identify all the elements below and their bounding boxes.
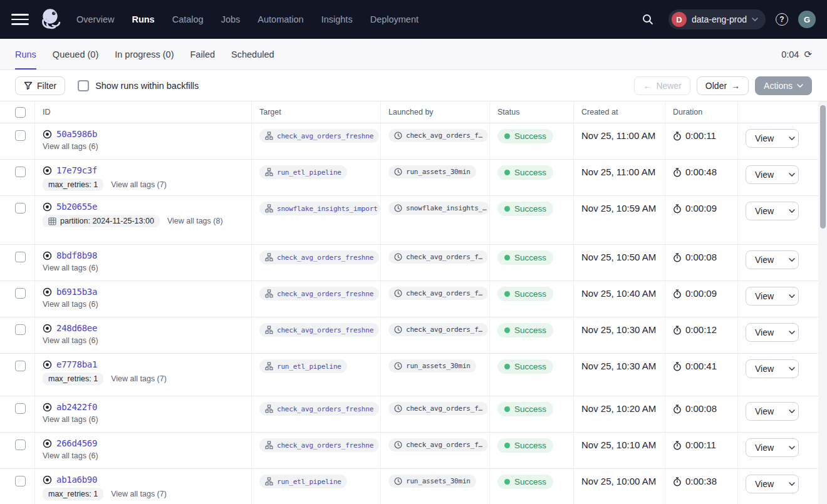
target-pill[interactable]: check_avg_orders_freshne [259,129,379,143]
launched-by-pill[interactable]: check_avg_orders_f… [388,129,488,142]
launched-by-pill[interactable]: check_avg_orders_f… [388,438,488,451]
backfills-checkbox[interactable] [78,80,89,91]
launched-by-pill[interactable]: run_assets_30min [388,475,476,488]
view-dropdown-button[interactable] [783,360,799,378]
select-all-checkbox[interactable] [15,107,26,118]
view-button[interactable]: View [746,324,783,341]
run-id-link[interactable]: b6915b3a [56,287,97,297]
target-pill[interactable]: check_avg_orders_freshne [259,438,379,452]
actions-button[interactable]: Actions [755,76,812,95]
target-pill[interactable]: snowflake_insights_import [259,202,380,215]
tab-queued-0[interactable]: Queued (0) [53,39,98,69]
view-all-tags-link[interactable]: View all tags (7) [111,374,167,383]
tag-pill[interactable]: max_retries: 1 [43,488,103,500]
view-button[interactable]: View [746,166,783,183]
nav-item-catalog[interactable]: Catalog [172,14,204,24]
row-checkbox[interactable] [15,324,26,335]
run-id-link[interactable]: 8bdf8b98 [56,250,97,260]
tab-in-progress-0[interactable]: In progress (0) [115,39,174,69]
target-pill[interactable]: run_etl_pipeline [259,165,347,179]
row-checkbox[interactable] [15,440,26,450]
help-icon[interactable]: ? [776,13,788,26]
view-dropdown-button[interactable] [783,130,799,147]
launched-by-pill[interactable]: check_avg_orders_f… [388,402,488,415]
view-dropdown-button[interactable] [783,475,799,493]
tag-pill[interactable]: max_retries: 1 [43,373,103,385]
nav-item-automation[interactable]: Automation [257,14,303,24]
view-button[interactable]: View [746,403,783,420]
target-pill[interactable]: check_avg_orders_freshne [259,402,379,416]
view-button[interactable]: View [746,202,783,220]
view-all-tags-link[interactable]: View all tags (6) [43,264,98,272]
run-id-link[interactable]: e7778ba1 [56,359,97,369]
show-backfills-toggle[interactable]: Show runs within backfills [78,80,199,91]
nav-item-runs[interactable]: Runs [132,14,154,24]
newer-button[interactable]: ← Newer [634,76,690,95]
row-checkbox[interactable] [15,288,26,299]
view-dropdown-button[interactable] [783,403,799,420]
view-all-tags-link[interactable]: View all tags (6) [43,451,98,460]
run-id-link[interactable]: 17e79c3f [56,165,97,175]
view-button[interactable]: View [746,130,783,147]
target-pill[interactable]: check_avg_orders_freshne [259,250,379,264]
view-all-tags-link[interactable]: View all tags (6) [43,300,98,309]
row-checkbox[interactable] [15,403,26,414]
view-dropdown-button[interactable] [783,439,799,456]
hamburger-menu-icon[interactable] [11,11,29,28]
row-checkbox[interactable] [15,203,26,213]
run-id-link[interactable]: ab2422f0 [56,402,97,412]
run-id-link[interactable]: ab1a6b90 [56,475,97,485]
run-id-link[interactable]: 248d68ee [56,323,97,333]
target-pill[interactable]: check_avg_orders_freshne [259,323,379,337]
tab-runs[interactable]: Runs [15,39,36,69]
view-dropdown-button[interactable] [783,166,799,183]
view-dropdown-button[interactable] [783,251,799,269]
nav-item-overview[interactable]: Overview [76,14,114,24]
launched-by-pill[interactable]: check_avg_orders_f… [388,323,488,336]
target-pill[interactable]: run_etl_pipeline [259,359,347,373]
scrollbar-thumb[interactable] [820,105,826,229]
user-avatar[interactable]: G [798,11,816,28]
scrollbar-track[interactable] [818,101,827,504]
launched-by-pill[interactable]: snowflake_insights_… [388,202,489,215]
view-all-tags-link[interactable]: View all tags (6) [43,142,98,151]
launched-by-pill[interactable]: run_assets_30min [388,165,476,178]
launched-by-pill[interactable]: run_assets_30min [388,359,476,373]
run-id-link[interactable]: 50a5986b [56,129,97,139]
launched-by-pill[interactable]: check_avg_orders_f… [388,250,488,264]
row-checkbox[interactable] [15,361,26,371]
view-all-tags-link[interactable]: View all tags (8) [167,217,223,225]
deployment-switcher[interactable]: D data-eng-prod [668,9,766,29]
view-button[interactable]: View [746,287,783,305]
nav-item-deployment[interactable]: Deployment [370,14,419,24]
dagster-logo-icon[interactable] [38,6,63,33]
filter-button[interactable]: Filter [15,76,65,95]
row-checkbox[interactable] [15,130,26,141]
view-button[interactable]: View [746,439,783,456]
run-id-link[interactable]: 5b20655e [56,202,97,212]
search-icon[interactable] [637,9,658,30]
view-dropdown-button[interactable] [783,287,799,305]
row-checkbox[interactable] [15,252,26,262]
target-pill[interactable]: run_etl_pipeline [259,475,347,488]
nav-item-jobs[interactable]: Jobs [221,14,241,24]
run-id-link[interactable]: 266d4569 [56,438,97,448]
view-all-tags-link[interactable]: View all tags (7) [111,180,167,189]
view-dropdown-button[interactable] [783,324,799,341]
target-pill[interactable]: check_avg_orders_freshne [259,287,379,301]
view-all-tags-link[interactable]: View all tags (7) [111,490,167,498]
nav-item-insights[interactable]: Insights [321,14,353,24]
tag-pill[interactable]: partition: 2024-11-25-13:00 [43,215,160,227]
launched-by-pill[interactable]: check_avg_orders_f… [388,287,488,300]
row-checkbox[interactable] [15,476,26,486]
tab-failed[interactable]: Failed [190,39,216,69]
view-all-tags-link[interactable]: View all tags (6) [43,415,98,424]
view-all-tags-link[interactable]: View all tags (6) [43,336,98,345]
older-button[interactable]: Older → [697,76,749,95]
view-button[interactable]: View [746,251,783,269]
tab-scheduled[interactable]: Scheduled [231,39,274,69]
row-checkbox[interactable] [15,167,26,177]
view-button[interactable]: View [746,360,783,378]
tag-pill[interactable]: max_retries: 1 [43,178,103,191]
view-button[interactable]: View [746,475,783,493]
